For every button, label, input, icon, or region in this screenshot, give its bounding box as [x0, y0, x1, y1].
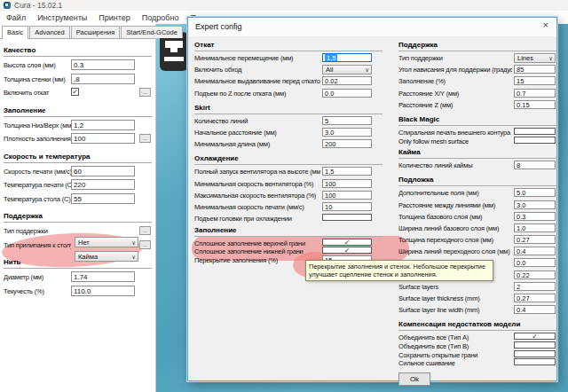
- setting-checkbox[interactable]: ✓: [71, 88, 79, 96]
- setting-label: Подъем головки при охлаждении: [194, 214, 320, 223]
- setting-row: Скорость печати (мм/с)60: [0, 166, 155, 180]
- setting-input[interactable]: 0.02: [322, 76, 372, 85]
- setting-row: Минимальное перемещение (мм)1,5: [194, 53, 383, 65]
- setting-input[interactable]: 3.0: [514, 200, 556, 209]
- setting-checkbox[interactable]: [514, 341, 556, 349]
- setting-input[interactable]: 200: [322, 139, 372, 148]
- input-value: 0.02: [325, 77, 338, 85]
- input-value: 220: [74, 181, 85, 189]
- setting-input[interactable]: 1.74: [71, 271, 135, 282]
- input-value: 0.3: [74, 61, 83, 69]
- setting-input[interactable]: 0.27: [514, 235, 556, 244]
- tab-start-end-gcode[interactable]: Start/End-GCode: [121, 26, 183, 39]
- setting-label: Surface layers: [398, 282, 512, 292]
- setting-input[interactable]: 3.0: [322, 128, 372, 137]
- setting-label: Толщина переходного слоя (мм): [398, 235, 512, 245]
- input-value: 0.4: [517, 306, 525, 314]
- setting-input[interactable]: 0.3: [71, 59, 135, 70]
- setting-label: Скорость печати (мм/с): [4, 166, 71, 177]
- setting-input[interactable]: 100: [71, 133, 135, 144]
- setting-input[interactable]: 10: [322, 202, 372, 211]
- setting-row: Расстояние Z (мм)0.15: [398, 100, 558, 112]
- input-value: 0.27: [517, 236, 530, 244]
- setting-row: Толщина Низ/Верх (мм)1,2: [0, 120, 155, 134]
- menu-item-tools[interactable]: Инструменты: [37, 13, 87, 22]
- setting-input[interactable]: 55: [71, 193, 135, 204]
- setting-label: Текучесть (%): [4, 286, 71, 297]
- setting-checkbox[interactable]: [514, 358, 556, 365]
- chevron-down-icon: ∨: [131, 252, 136, 262]
- tab-basic[interactable]: Basic: [2, 26, 28, 40]
- section-header: Поддержка: [4, 210, 152, 223]
- setting-row: Плотность заполнения100...: [0, 133, 155, 147]
- setting-checkbox[interactable]: [514, 350, 556, 357]
- setting-checkbox[interactable]: [322, 214, 372, 221]
- ok-button[interactable]: Ok: [398, 372, 430, 386]
- setting-input[interactable]: 0.4: [514, 305, 556, 314]
- setting-checkbox[interactable]: [514, 128, 556, 135]
- setting-input[interactable]: 1.0: [514, 223, 556, 232]
- setting-input[interactable]: 220: [71, 179, 135, 190]
- setting-input[interactable]: 1,5: [322, 167, 372, 176]
- setting-input[interactable]: 0.7: [514, 89, 556, 98]
- setting-checkbox[interactable]: ✓: [322, 239, 372, 246]
- setting-row: Ширина линий переходного слоя (мм)0.4: [398, 247, 558, 258]
- setting-label: Тип прилипания к столу: [4, 239, 71, 251]
- section-header: Заполнение: [4, 105, 152, 117]
- menu-item-expert[interactable]: Подробно: [142, 13, 179, 22]
- chevron-down-icon: ∨: [548, 54, 553, 63]
- setting-input[interactable]: 5: [322, 116, 372, 125]
- setting-input[interactable]: 2: [514, 282, 556, 291]
- setting-input[interactable]: 0.0: [514, 258, 556, 267]
- setting-input[interactable]: 0.4: [514, 247, 556, 255]
- setting-label: Расстояние X/Y (мм): [398, 89, 512, 98]
- close-icon[interactable]: ×: [543, 20, 548, 30]
- setting-label: Расстояние между линиями (мм): [398, 200, 512, 210]
- input-value: 2: [517, 283, 520, 291]
- setting-input[interactable]: 0.3: [514, 212, 556, 221]
- setting-label: Минимальное выдавливание перед откатом (…: [194, 76, 320, 86]
- setting-label: Толщина стенки (мм): [4, 74, 71, 85]
- expert-settings-button[interactable]: ...: [139, 240, 151, 249]
- setting-input[interactable]: 5.0: [514, 188, 556, 197]
- setting-label: Полный запуск вентилятора на высоте (мм): [194, 167, 320, 176]
- setting-input[interactable]: 100: [322, 191, 372, 200]
- tab-plugins[interactable]: Расширения: [71, 26, 121, 39]
- setting-row: Спиральная печать внешнего контура: [398, 128, 558, 137]
- setting-row: Включить обходAll∨: [194, 65, 383, 76]
- setting-dropdown[interactable]: All∨: [322, 65, 372, 74]
- dialog-titlebar: Expert config ×: [188, 18, 556, 36]
- setting-input[interactable]: 110.0: [71, 286, 135, 296]
- setting-row: Сплошное заполнение нижней грани✓: [194, 247, 383, 255]
- setting-input[interactable]: 0.27: [514, 294, 556, 302]
- setting-dropdown[interactable]: Lines∨: [514, 53, 556, 63]
- setting-input[interactable]: 0.15: [514, 100, 556, 109]
- setting-checkbox[interactable]: ✓: [322, 247, 372, 254]
- setting-label: Толщина базового слоя (мм): [398, 212, 512, 222]
- setting-input[interactable]: 15: [514, 76, 556, 85]
- expert-settings-button[interactable]: ...: [139, 226, 151, 235]
- tab-advanced[interactable]: Advanced: [29, 26, 69, 39]
- expert-settings-button[interactable]: ...: [139, 134, 151, 143]
- setting-row: Сплошное заполнение верхней грани✓: [194, 239, 383, 247]
- setting-input[interactable]: 60: [71, 166, 135, 176]
- setting-dropdown[interactable]: Кайма∨: [75, 251, 138, 262]
- setting-input[interactable]: 85: [514, 65, 556, 74]
- menu-item-printer[interactable]: Принтер: [99, 13, 130, 22]
- setting-input[interactable]: 0.0: [322, 89, 372, 98]
- setting-input[interactable]: 100: [322, 179, 372, 188]
- setting-input[interactable]: 1,2: [71, 120, 135, 130]
- expert-settings-button[interactable]: ...: [139, 88, 151, 97]
- setting-label: Ширина линий переходного слоя (мм): [398, 247, 512, 256]
- setting-input[interactable]: 1,5: [322, 53, 372, 62]
- setting-input[interactable]: 8: [514, 161, 556, 169]
- setting-row: Минимальное выдавливание перед откатом (…: [194, 76, 383, 88]
- menu-item-file[interactable]: Файл: [6, 13, 26, 22]
- setting-row: Диаметр (мм)1.74: [0, 271, 155, 286]
- setting-checkbox[interactable]: [514, 137, 556, 144]
- setting-checkbox[interactable]: ✓: [514, 333, 556, 340]
- setting-row: Максимальная скорость вентилятора (%)100: [194, 191, 383, 202]
- setting-input[interactable]: ,8: [71, 74, 135, 84]
- setting-label: Минимальная скорость вентилятора (%): [194, 179, 320, 189]
- setting-input[interactable]: 0.22: [514, 270, 556, 279]
